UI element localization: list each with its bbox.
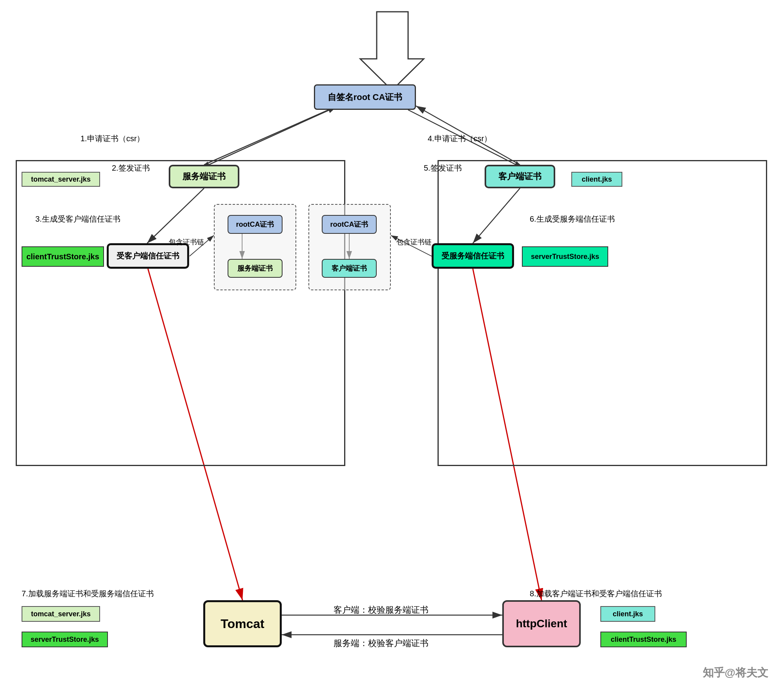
label-client-truststore: clientTrustStore.jks [22,246,104,267]
server-chain-label: 服务端证书 [237,264,273,273]
label-client-jks-bottom: client.jks [600,606,655,622]
server-verify-label: 服务端：校验客户端证书 [334,637,428,649]
tomcat-server-jks-bottom-text: tomcat_server.jks [31,610,91,618]
client-truststore-text: clientTrustStore.jks [26,252,99,261]
node-trusted-server: 受服务端信任证书 [432,243,514,269]
step7-label: 7.加载服务端证书和受服务端信任证书 [22,588,154,599]
server-cert-label: 服务端证书 [182,171,226,182]
step1-label: 1.申请证书（csr） [80,133,144,144]
root-ca-label: 自签名root CA证书 [328,91,403,103]
node-tomcat: Tomcat [203,600,282,647]
node-trusted-client: 受客户端信任证书 [107,243,189,269]
tomcat-server-jks-top-text: tomcat_server.jks [31,175,91,184]
diagram-container: 自签名root CA证书 服务端证书 客户端证书 tomcat_server.j… [0,0,784,692]
step5-label: 5.签发证书 [424,163,462,173]
node-server-chain: 服务端证书 [228,259,283,278]
node-client-chain: 客户端证书 [322,259,377,278]
client-truststore-bottom-text: clientTrustStore.jks [611,636,676,644]
top-arrow [360,12,424,90]
server-truststore-bottom-text: serverTrustStore.jks [31,636,99,644]
outer-box-right [438,160,767,466]
arrow-step1 [204,106,337,165]
server-truststore-right-text: serverTrustStore.jks [531,253,599,261]
label-server-truststore-bottom: serverTrustStore.jks [22,632,108,647]
contains-chain-left-label: 包含证书链 [169,237,204,247]
client-jks-top-text: client.jks [582,175,612,184]
step3-label: 3.生成受客户端信任证书 [35,214,120,224]
node-client-cert: 客户端证书 [485,165,555,188]
step8-label: 8.加载客户端证书和受客户端信任证书 [530,588,662,599]
step6-label: 6.生成受服务端信任证书 [530,214,615,224]
tomcat-label: Tomcat [221,617,264,631]
node-rootca-left: rootCA证书 [228,215,283,234]
label-client-jks-top: client.jks [571,172,622,187]
step4-label: 4.申请证书（csr） [428,133,492,144]
client-verify-label: 客户端：校验服务端证书 [334,604,428,616]
label-server-truststore-right: serverTrustStore.jks [522,246,608,267]
contains-chain-right-label: 包含证书链 [396,237,432,247]
watermark: 知乎@将夫文 [703,665,768,680]
rootca-chain-right-label: rootCA证书 [330,220,368,229]
rootca-chain-left-label: rootCA证书 [236,220,274,229]
label-client-truststore-bottom: clientTrustStore.jks [600,632,687,647]
client-jks-bottom-text: client.jks [613,610,643,618]
label-tomcat-server-jks-top: tomcat_server.jks [22,172,100,187]
client-cert-label: 客户端证书 [498,171,542,182]
trusted-client-label: 受客户端信任证书 [117,251,179,261]
node-root-ca: 自签名root CA证书 [314,84,416,110]
node-server-cert: 服务端证书 [169,165,239,188]
step2-label: 2.签发证书 [112,163,150,173]
node-rootca-right: rootCA证书 [322,215,377,234]
trusted-server-label: 受服务端信任证书 [441,251,504,261]
httpclient-label: httpClient [516,617,567,630]
client-chain-label: 客户端证书 [332,264,367,273]
node-httpclient: httpClient [502,600,581,647]
label-tomcat-server-jks-bottom: tomcat_server.jks [22,606,100,622]
